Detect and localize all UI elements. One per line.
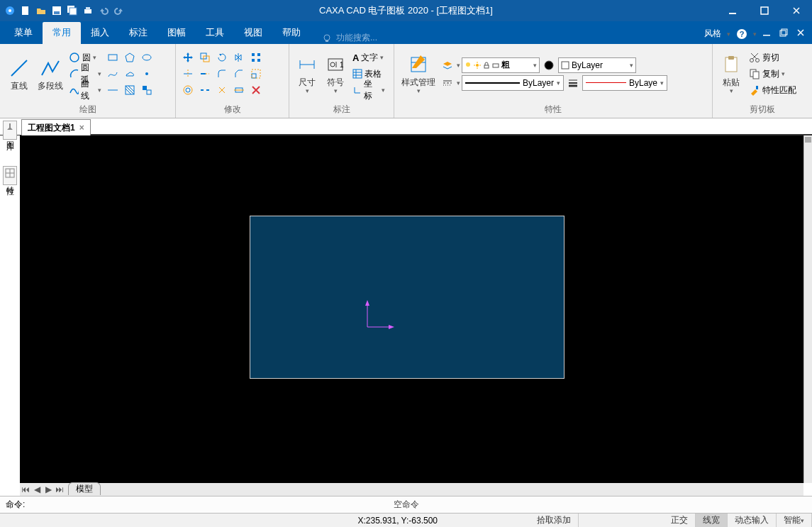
trim-button[interactable] xyxy=(180,66,196,82)
array-button[interactable] xyxy=(248,50,264,65)
curve-button[interactable]: 曲线▾ xyxy=(67,82,104,98)
mdi-close-icon[interactable] xyxy=(796,28,808,40)
selection-rectangle xyxy=(250,216,564,379)
symbol-button[interactable]: 1 符号▾ xyxy=(322,48,349,99)
palette-properties[interactable]: 特性 xyxy=(3,166,17,185)
status-pick-add[interactable]: 拾取添加 xyxy=(530,514,579,528)
ellipse-button[interactable] xyxy=(139,50,155,65)
window-controls xyxy=(716,0,812,21)
text-button[interactable]: A文字▾ xyxy=(350,50,387,65)
print-icon[interactable] xyxy=(82,5,94,16)
layer-manager-button[interactable] xyxy=(440,57,455,73)
polyline-button[interactable]: 多段线 xyxy=(35,48,65,99)
app-icon[interactable] xyxy=(4,5,16,16)
vertical-scrollbar[interactable] xyxy=(803,135,812,483)
chevron-down-icon[interactable]: ▾ xyxy=(727,30,730,38)
tab-menu[interactable]: 菜单 xyxy=(4,22,43,44)
layer-row: ▾ 粗▾ ByLayer▾ xyxy=(440,57,667,73)
lineweight-selector[interactable]: ByLaye▾ xyxy=(582,75,667,91)
match-props-button[interactable]: 特性匹配 xyxy=(747,82,799,98)
mirror-button[interactable] xyxy=(231,50,247,65)
mdi-restore-icon[interactable] xyxy=(779,28,791,40)
minimize-button[interactable] xyxy=(716,0,748,21)
stretch-button[interactable] xyxy=(231,82,247,98)
hatch-button[interactable] xyxy=(122,82,138,98)
spline-button[interactable] xyxy=(105,66,121,82)
svg-rect-10 xyxy=(761,7,768,14)
help-icon[interactable]: ? xyxy=(736,28,747,40)
point-button[interactable] xyxy=(139,66,155,82)
tab-annotate[interactable]: 标注 xyxy=(119,22,157,44)
style-manager-button[interactable]: 样式管理▾ xyxy=(399,48,438,99)
extend-button[interactable] xyxy=(197,66,213,82)
copy-button[interactable] xyxy=(197,50,213,65)
copy-clip-button[interactable]: 复制▾ xyxy=(747,66,799,82)
open-icon[interactable] xyxy=(35,5,47,16)
close-button[interactable] xyxy=(780,0,812,21)
saveall-icon[interactable] xyxy=(67,5,78,16)
document-tab[interactable]: 工程图文档1 × xyxy=(21,119,91,135)
svg-rect-41 xyxy=(252,74,256,78)
delete-button[interactable] xyxy=(248,82,264,98)
color-button[interactable] xyxy=(541,57,557,73)
tab-help[interactable]: 帮助 xyxy=(272,22,311,44)
style-label[interactable]: 风格 xyxy=(704,28,721,40)
offset-button[interactable] xyxy=(180,82,196,98)
group-label-properties: 特性 xyxy=(399,102,708,118)
linetype-manager-button[interactable] xyxy=(440,75,455,91)
status-dynamic-input[interactable]: 动态输入 xyxy=(728,514,777,528)
color-selector[interactable]: ByLayer▾ xyxy=(558,57,636,73)
save-icon[interactable] xyxy=(51,5,62,16)
drawing-canvas[interactable] xyxy=(20,135,803,483)
undo-icon[interactable] xyxy=(98,5,109,16)
polygon-button[interactable] xyxy=(122,50,138,65)
layer-selector[interactable]: 粗▾ xyxy=(462,57,540,73)
construction-line-button[interactable] xyxy=(105,82,121,98)
tab-common[interactable]: 常用 xyxy=(43,22,81,44)
svg-marker-21 xyxy=(126,53,134,62)
palette-library[interactable]: 图库 xyxy=(3,121,17,140)
prev-tab-button[interactable]: ◀ xyxy=(31,484,43,495)
line-button[interactable]: 直线 xyxy=(4,48,34,99)
lineweight-manager-button[interactable] xyxy=(565,75,581,91)
mdi-minimize-icon[interactable] xyxy=(762,28,774,40)
linetype-selector[interactable]: ByLayer▾ xyxy=(462,75,564,91)
command-line[interactable]: 命令: 空命令 xyxy=(0,496,812,513)
tab-frame[interactable]: 图幅 xyxy=(157,22,196,44)
svg-text:1: 1 xyxy=(340,61,344,69)
new-icon[interactable] xyxy=(20,5,31,16)
svg-rect-30 xyxy=(147,90,151,94)
lineweight-label: 粗 xyxy=(501,59,510,71)
paste-button[interactable]: 粘贴▾ xyxy=(717,48,745,99)
maximize-button[interactable] xyxy=(748,0,780,21)
status-smart[interactable]: 智能 ▾ xyxy=(777,514,812,528)
redo-icon[interactable] xyxy=(113,5,125,16)
cloud-button[interactable] xyxy=(122,66,138,82)
explode-button[interactable] xyxy=(214,82,230,98)
svg-rect-12 xyxy=(326,40,328,42)
last-tab-button[interactable]: ⏭ xyxy=(54,484,65,495)
status-ortho[interactable]: 正交 xyxy=(664,514,696,528)
svg-rect-9 xyxy=(729,13,736,14)
rotate-button[interactable] xyxy=(214,50,230,65)
tab-view[interactable]: 视图 xyxy=(234,22,272,44)
cut-button[interactable]: 剪切 xyxy=(747,50,799,65)
feature-search[interactable]: 功能搜索... xyxy=(322,32,377,44)
tab-insert[interactable]: 插入 xyxy=(81,22,119,44)
fillet-button[interactable] xyxy=(214,66,230,82)
scale-button[interactable] xyxy=(248,66,264,82)
move-button[interactable] xyxy=(180,50,196,65)
rect-button[interactable] xyxy=(105,50,121,65)
close-icon[interactable]: × xyxy=(79,123,84,133)
break-button[interactable] xyxy=(197,82,213,98)
chevron-down-icon[interactable]: ▾ xyxy=(753,30,757,38)
first-tab-button[interactable]: ⏮ xyxy=(20,484,31,495)
model-tab[interactable]: 模型 xyxy=(68,482,101,495)
dimension-button[interactable]: 尺寸▾ xyxy=(294,48,321,99)
coord-button[interactable]: 坐标▾ xyxy=(350,82,387,98)
status-lineweight[interactable]: 线宽 xyxy=(696,514,728,528)
block-button[interactable] xyxy=(139,82,155,98)
chamfer-button[interactable] xyxy=(231,66,247,82)
next-tab-button[interactable]: ▶ xyxy=(43,484,54,495)
tab-tools[interactable]: 工具 xyxy=(196,22,234,44)
